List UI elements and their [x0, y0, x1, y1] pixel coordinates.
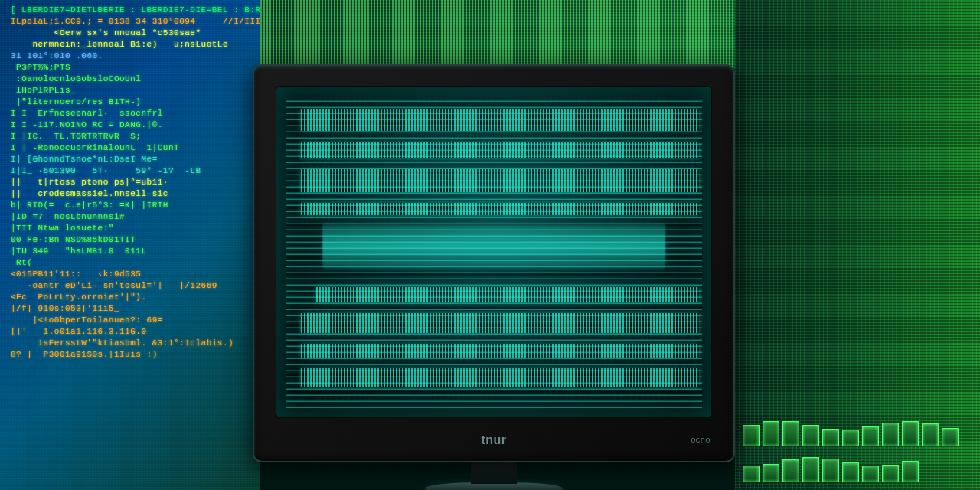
- code-line: :OanolocnloGobsloCOoUnl: [11, 74, 253, 85]
- circuit-chip: [802, 457, 819, 482]
- code-line: 8? | P3001a91S0s.|1Iuis :): [11, 349, 253, 361]
- circuit-chip: [822, 429, 839, 446]
- circuit-chip: [782, 421, 799, 446]
- code-line: 00 Fe·:Bn NSD%85kD01TIT: [11, 234, 253, 246]
- code-line: [|' 1.o01a1.116.3.11G.0: [11, 326, 253, 338]
- circuit-chip: [743, 466, 760, 482]
- code-line: <Fc PoLrLty.orrniet'|").: [11, 292, 253, 303]
- data-block: [301, 368, 699, 387]
- scene-root: [ LBERDIE7=DIETLBERIE : LBERDIE7-DIE=BEL…: [0, 0, 980, 490]
- code-line: || crodesmassiel.nnsell-sic: [11, 188, 253, 200]
- code-line: |/f| 910s:053|'11i5_: [11, 303, 253, 315]
- monitor-bezel: tnur ocno: [253, 64, 735, 462]
- circuit-chip: [882, 423, 899, 446]
- code-line: ·oantr eD'Li- sn'tosul='| |/12669: [11, 280, 253, 292]
- data-block: [301, 344, 699, 358]
- code-line: nermnein:_lennoal B1:e) u;nsLuotLe: [11, 39, 253, 51]
- code-line: Rt(: [11, 257, 253, 269]
- screen-data-blocks: [286, 96, 702, 408]
- circuit-chip: [862, 426, 879, 446]
- data-block: [301, 109, 699, 131]
- code-line: <Oerw sx's nnoual *c530sae*: [11, 28, 253, 39]
- code-line: |TU 349 "hsLM81.0 011L: [11, 246, 253, 257]
- code-line: <015PB11'11:: ‹k:9d535: [11, 269, 253, 280]
- circuit-chip: [822, 459, 839, 482]
- code-line: lHoPlRPLis_: [11, 85, 253, 96]
- data-block: [301, 142, 699, 158]
- right-circuit-panel: [735, 0, 980, 490]
- code-line: 31 101°:010 .060.: [11, 51, 253, 62]
- circuit-chip: [743, 425, 760, 446]
- circuit-chip: [902, 421, 919, 446]
- circuit-chip: [842, 462, 859, 482]
- circuit-chip: [882, 465, 899, 482]
- code-line: |<±o0bperToilanuen?: 69=: [11, 315, 253, 326]
- code-line: I I Erfneseenarl· ssocnfrl: [11, 108, 253, 119]
- data-block: [301, 169, 699, 192]
- data-block: [301, 203, 699, 215]
- data-block: [316, 287, 699, 302]
- code-line: 1sFersstW'"ktiasbml. &3:1°:1clabis.): [11, 338, 253, 349]
- code-line: |TIT Ntwa losuete:": [11, 223, 253, 234]
- monitor-brand-center: tnur: [481, 433, 506, 447]
- circuit-chip: [942, 428, 959, 446]
- code-line: [ LBERDIE7=DIETLBERIE : LBERDIE7-DIE=BEL…: [11, 5, 253, 16]
- code-line: b| RID(= c.e|r5°3: =K| |IRTH: [11, 200, 253, 211]
- chip-row: [743, 413, 972, 482]
- code-line: ILpolaL;1.CC9.; = 0138 34 310°0094 //I/I…: [11, 16, 253, 28]
- code-line: || t|rtoss ptono ps|°=ub11·: [11, 177, 253, 188]
- data-block: [301, 313, 699, 333]
- circuit-chip: [902, 461, 919, 482]
- code-line: I I -117.NOINO RC = DANG.|©.: [11, 119, 253, 131]
- circuit-chip: [922, 423, 939, 446]
- circuit-chip: [763, 464, 779, 482]
- monitor-screen: [276, 86, 712, 418]
- code-line: I |IC. TL.TORTRTRVR S;: [11, 131, 253, 142]
- crt-monitor: tnur ocno: [253, 64, 735, 462]
- circuit-chip: [782, 459, 799, 482]
- code-line: P3PT%%;PTS: [11, 62, 253, 74]
- code-line: |"liternoero/res B1TH-): [11, 96, 253, 108]
- left-code-panel: [ LBERDIE7=DIETLBERIE : LBERDIE7-DIE=BEL…: [0, 0, 260, 490]
- monitor-brand-right: ocno: [691, 435, 710, 444]
- circuit-chip: [802, 425, 819, 446]
- circuit-chip: [763, 421, 779, 446]
- code-line: I|I_ ·601390 5T· 59° -1? -LB: [11, 165, 253, 177]
- code-line: |ID =7 nosLbnunnnsi#: [11, 211, 253, 223]
- circuit-chip: [862, 466, 879, 482]
- code-line: I| [GhonndTsnoe*nL:DseI Me=: [11, 154, 253, 165]
- circuit-chip: [842, 430, 859, 446]
- code-line: I | -RonoocuorRinalounL 1|CunT: [11, 142, 253, 154]
